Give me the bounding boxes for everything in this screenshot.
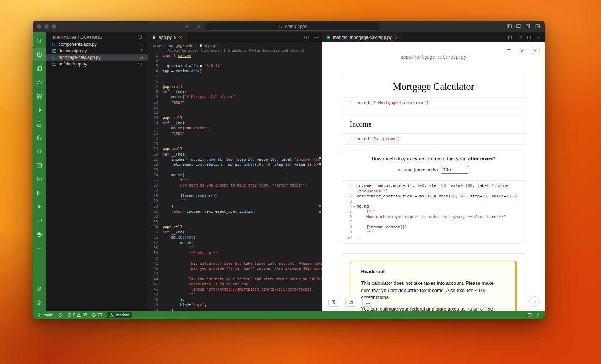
run-cells-button[interactable] (529, 296, 540, 307)
sidebar-item-mortgage-calc-app-py[interactable]: mortgage-calc/app.py5 (46, 54, 148, 61)
activitybar-code-brackets-icon[interactable] (33, 144, 46, 158)
breadcrumb-apps[interactable]: apps (153, 43, 162, 48)
code-line[interactable]: 22 retirement_contribution = mo.ui.numbe… (148, 162, 322, 167)
notifications-item[interactable] (534, 313, 542, 317)
code-line[interactable]: 14def __(mo): (148, 121, 322, 126)
code-line[interactable]: 39 **Heads-up!** (148, 251, 322, 256)
activitybar-layout-icon[interactable] (33, 158, 46, 172)
activitybar-settings-gear-icon[interactable] (33, 296, 46, 309)
activitybar-marimo-icon[interactable] (33, 48, 46, 61)
split-editor-icon[interactable] (526, 35, 532, 40)
zoom-window-button[interactable] (52, 24, 56, 29)
toggle-secondary-sidebar-icon[interactable] (525, 24, 531, 29)
breadcrumb-symbol[interactable]: … (222, 43, 226, 48)
code-line[interactable]: 35def __(mo): (148, 230, 322, 235)
git-branch-item[interactable]: main* (36, 311, 56, 319)
activitybar-more-icon[interactable] (33, 241, 46, 255)
more-actions-icon[interactable] (536, 35, 541, 40)
code-line[interactable]: 7@app.cell (148, 84, 322, 89)
code-line[interactable]: 5 (148, 74, 322, 79)
tab-marimo-preview[interactable]: marimo: mortgage-calc/app.py (322, 32, 402, 42)
code-line[interactable]: 12 (148, 110, 322, 115)
activitybar-files-icon[interactable] (33, 61, 46, 75)
split-editor-icon[interactable] (304, 35, 309, 40)
code-line[interactable]: 1import marimo (148, 53, 322, 58)
activitybar-extensions-icon[interactable] (33, 89, 46, 103)
more-actions-icon[interactable] (313, 35, 318, 40)
sidebar-item-pdfchat-app-py[interactable]: pdfchat/app.py9+ (46, 61, 148, 67)
code-line[interactable]: 8def __(mo): (148, 89, 322, 95)
code-line[interactable]: 20def __(mo): (148, 152, 322, 157)
code-line[interactable]: 37 mo.md( (148, 240, 322, 245)
activitybar-devices-icon[interactable] (33, 213, 46, 227)
tab-app-py[interactable]: app.py 5 (148, 32, 187, 42)
code-line[interactable]: 13@app.cell (148, 116, 322, 121)
code-line[interactable]: 48 ), (148, 297, 322, 303)
code-line[interactable]: 50 ) (148, 308, 322, 311)
activitybar-terraform-icon[interactable] (33, 103, 46, 117)
activitybar-run-circle-icon[interactable] (33, 172, 46, 186)
close-tab-icon[interactable] (178, 35, 183, 40)
activitybar-run-icon[interactable] (33, 200, 46, 213)
code-line[interactable]: 15 mo.md("## Income") (148, 126, 322, 131)
activitybar-beaker-icon[interactable] (33, 117, 46, 131)
code-line[interactable]: 4app = marimo.App() (148, 69, 322, 74)
code-line[interactable]: 19@app.cell (148, 147, 322, 152)
code-line[interactable]: 29 """ (148, 199, 322, 204)
code-line[interactable]: 40 (148, 256, 322, 261)
code-line[interactable]: 43 (148, 271, 322, 276)
code-line[interactable]: 33 (148, 220, 322, 225)
refresh-icon[interactable] (138, 35, 143, 40)
sync-changes-item[interactable] (56, 311, 65, 319)
sidebar-item-dataviz-app-py[interactable]: dataviz/app.py7 (46, 48, 148, 54)
activitybar-preview-icon[interactable] (33, 75, 46, 89)
code-line[interactable]: 6 (148, 79, 322, 84)
code-editor[interactable]: Akshay Agrawal, last month | 2 authors (… (148, 48, 322, 311)
code-line[interactable]: 44 You can estimate your federal and sta… (148, 277, 322, 282)
code-line[interactable]: 45 calculator, such as the one (148, 282, 322, 287)
code-line[interactable]: 34@app.cell (148, 225, 322, 230)
code-line[interactable]: 47 """ (148, 292, 322, 297)
code-line[interactable]: 16 return (148, 131, 322, 136)
marimo-status-item[interactable]: marimo (107, 312, 132, 318)
save-icon[interactable] (328, 298, 339, 307)
open-in-browser-icon[interactable] (508, 35, 513, 40)
menu-icon[interactable] (504, 46, 513, 55)
customize-layout-icon[interactable] (535, 24, 540, 29)
code-line[interactable]: 31 return income, retirement_contributio… (148, 209, 322, 214)
minimize-window-button[interactable] (44, 24, 49, 29)
code-line[interactable]: 21 income = mo.ui.number(1, 1e8, step=50… (148, 157, 322, 162)
command-center[interactable]: demo-apps (206, 23, 379, 31)
shutdown-kernel-icon[interactable] (530, 46, 540, 55)
code-line[interactable]: 23 (148, 168, 322, 173)
screencast-item[interactable] (525, 313, 534, 317)
cell-code[interactable]: 1income = mo.ui.number(1, 1e8, step=50, … (341, 180, 526, 243)
code-line[interactable]: 17 (148, 136, 322, 141)
activitybar-search-icon[interactable] (33, 34, 46, 48)
toggle-panel-icon[interactable] (516, 24, 521, 29)
breadcrumb[interactable]: apps mortgage-calc app.py … (148, 42, 322, 48)
code-line[interactable]: 9 mo.md("# Mortgage Calculator") (148, 95, 322, 100)
code-line[interactable]: 3__generated_with = "0.0.14" (148, 64, 322, 69)
code-line[interactable]: 28 {income.center()} (148, 193, 322, 199)
code-line[interactable]: 42 that you provide **after-tax** income… (148, 266, 322, 271)
keyboard-shortcuts-icon[interactable] (362, 298, 373, 307)
code-line[interactable]: 32 (148, 214, 322, 219)
fold-chevron-icon[interactable] (352, 204, 357, 209)
gitlens-authors-codelens[interactable]: Akshay Agrawal, last month | 2 authors (… (167, 48, 322, 53)
toggle-sidebar-icon[interactable] (506, 24, 512, 29)
code-line[interactable]: 11 (148, 105, 322, 110)
folder-icon[interactable] (345, 298, 356, 307)
code-line[interactable]: 26 How much do you expect to make this y… (148, 183, 322, 188)
history-forward-icon[interactable] (196, 24, 201, 29)
code-line[interactable]: 24 mo.md( (148, 173, 322, 178)
income-input[interactable] (441, 166, 469, 174)
code-line[interactable]: 30 ) (148, 204, 322, 209)
code-line[interactable]: 38 """ (148, 245, 322, 251)
code-line[interactable]: 2 (148, 58, 322, 63)
code-line[interactable]: 49 kind="warn", (148, 303, 322, 308)
code-line[interactable]: 25 f""" (148, 178, 322, 183)
activitybar-account-icon[interactable] (33, 282, 46, 296)
breadcrumb-folder[interactable]: mortgage-calc (168, 43, 193, 48)
breadcrumb-file[interactable]: app.py (204, 43, 216, 48)
